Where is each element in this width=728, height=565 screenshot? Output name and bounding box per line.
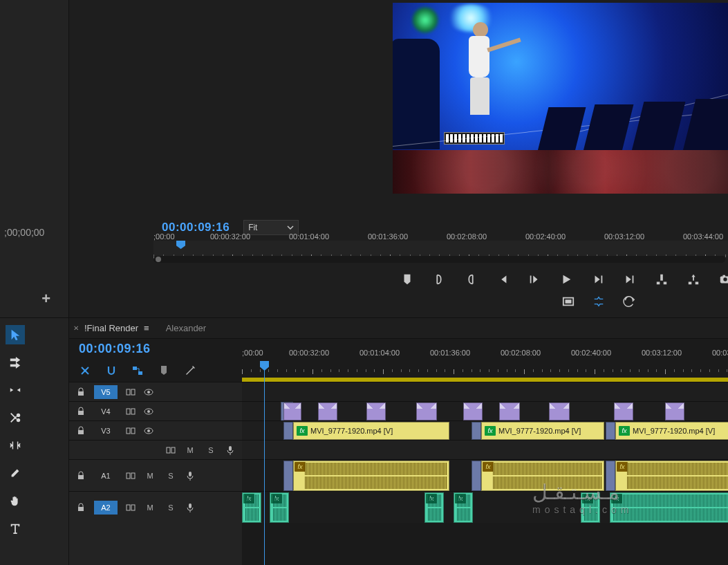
clip-audio[interactable]: fx <box>424 492 444 523</box>
eye-icon[interactable] <box>144 387 153 397</box>
fx-badge[interactable]: fx <box>485 426 496 436</box>
close-icon[interactable]: ✕ <box>73 324 79 332</box>
play-button[interactable] <box>560 272 572 286</box>
sync-lock-icon[interactable] <box>126 426 136 436</box>
clip-adjustment[interactable] <box>472 422 481 440</box>
lock-icon[interactable] <box>76 503 86 512</box>
track-header-a2[interactable]: A2 M S <box>69 491 242 523</box>
go-to-in-button[interactable] <box>496 272 509 286</box>
solo-button[interactable]: S <box>165 503 177 512</box>
clip-video[interactable] <box>499 402 520 420</box>
type-tool[interactable] <box>6 519 25 538</box>
timeline-settings[interactable] <box>184 364 196 377</box>
clip-adjustment[interactable] <box>606 422 615 440</box>
mute-button[interactable]: M <box>144 472 156 480</box>
clip-video[interactable] <box>549 402 570 420</box>
razor-tool[interactable] <box>6 408 25 427</box>
fx-badge[interactable]: fx <box>297 426 308 436</box>
clip-audio[interactable]: fx <box>293 461 449 491</box>
clip-video[interactable] <box>283 402 301 420</box>
safe-margins-button[interactable] <box>561 295 575 308</box>
ripple-edit-tool[interactable] <box>6 380 25 400</box>
mute-button[interactable]: M <box>184 446 196 454</box>
step-back-button[interactable] <box>528 272 541 286</box>
fx-badge[interactable]: fx <box>295 462 306 472</box>
solo-button[interactable]: S <box>165 472 177 480</box>
sync-lock-icon[interactable] <box>166 445 176 455</box>
mic-icon[interactable] <box>225 445 235 455</box>
clip-video[interactable] <box>614 402 633 420</box>
clip-video[interactable] <box>665 402 684 420</box>
loop-playback-button[interactable] <box>622 295 636 308</box>
timeline-ruler[interactable]: ;00:00 00:00:32:0000:01:04:0000:01:36:00… <box>242 339 728 382</box>
mute-button[interactable]: M <box>144 503 156 512</box>
linked-selection-toggle[interactable] <box>131 364 144 377</box>
track-select-tool[interactable] <box>6 353 25 372</box>
sync-lock-icon[interactable] <box>126 471 136 481</box>
clip-video[interactable] <box>318 402 337 420</box>
eye-icon[interactable] <box>144 426 153 436</box>
clip-adjustment[interactable] <box>283 422 293 440</box>
insert-as-nest-toggle[interactable] <box>79 364 91 377</box>
track-target-a1[interactable]: A1 <box>94 469 118 483</box>
lock-icon[interactable] <box>76 426 86 436</box>
lift-button[interactable] <box>655 272 668 286</box>
program-scrollbar[interactable] <box>153 256 725 263</box>
snap-toggle[interactable] <box>105 364 118 377</box>
program-time-ruler[interactable]: ;00:00 00:00:32:0000:01:04:0000:01:36:00… <box>153 241 728 256</box>
sync-lock-icon[interactable] <box>126 503 136 512</box>
mark-in-button[interactable] <box>433 272 445 286</box>
sequence-tab-active[interactable]: ✕ !Final Render ≡ <box>73 323 149 333</box>
step-forward-button[interactable] <box>592 272 604 286</box>
add-marker-timeline[interactable] <box>158 364 170 377</box>
mic-icon[interactable] <box>185 471 195 481</box>
go-to-out-button[interactable] <box>624 272 636 286</box>
fx-badge[interactable]: fx <box>619 426 630 436</box>
track-target-v5[interactable]: V5 <box>94 385 118 399</box>
clip-adjustment[interactable] <box>472 461 481 491</box>
track-header-v4[interactable]: V4 <box>69 401 242 420</box>
timeline-timecode[interactable]: 00:00:09:16 <box>79 342 151 356</box>
track-target-v4[interactable]: V4 <box>94 405 118 418</box>
lock-icon[interactable] <box>76 387 86 397</box>
fx-badge[interactable]: fx <box>617 462 628 472</box>
mic-icon[interactable] <box>185 503 195 512</box>
eye-icon[interactable] <box>144 407 153 416</box>
clip-video[interactable]: fxMVI_9777-1920.mp4 [V] <box>615 422 728 440</box>
lock-icon[interactable] <box>76 471 86 481</box>
clip-audio[interactable]: fx <box>270 492 289 523</box>
clip-video[interactable]: fxMVI_9777-1920.mp4 [V] <box>293 422 449 440</box>
solo-button[interactable]: S <box>205 446 217 454</box>
fx-badge[interactable]: fx <box>483 462 494 472</box>
track-target-v3[interactable]: V3 <box>94 424 118 438</box>
pen-tool[interactable] <box>6 463 25 483</box>
comparison-view-button[interactable] <box>592 295 606 308</box>
clip-video[interactable]: fxMVI_9777-1920.mp4 [V] <box>481 422 604 440</box>
tab-menu-icon[interactable]: ≡ <box>144 323 149 333</box>
track-header-a1[interactable]: A1 M S <box>69 459 242 491</box>
clip-label: MVI_9777-1920.mp4 [V] <box>633 427 715 435</box>
sequence-tab-inactive[interactable]: Alexander <box>166 323 207 333</box>
clip-audio[interactable]: fx <box>454 492 473 523</box>
new-item-button[interactable]: + <box>41 290 50 308</box>
track-header-v3[interactable]: V3 <box>69 420 242 440</box>
timeline-tracks[interactable]: fxMVI_9777-1920.mp4 [V]fxMVI_9777-1920.m… <box>242 382 728 565</box>
clip-audio[interactable]: fx <box>242 492 261 523</box>
sync-lock-icon[interactable] <box>126 407 136 416</box>
lock-icon[interactable] <box>76 407 86 416</box>
mark-out-button[interactable] <box>465 272 477 286</box>
export-frame-button[interactable] <box>719 272 728 286</box>
track-header-v5[interactable]: V5 <box>69 382 242 401</box>
sync-lock-icon[interactable] <box>126 387 136 397</box>
clip-video[interactable] <box>366 402 386 420</box>
clip-adjustment[interactable] <box>283 461 293 491</box>
selection-tool[interactable] <box>6 325 25 344</box>
hand-tool[interactable] <box>6 491 25 510</box>
slip-tool[interactable] <box>6 436 25 455</box>
chevron-down-icon <box>287 224 294 231</box>
track-target-a2[interactable]: A2 <box>94 501 118 515</box>
add-marker-button[interactable] <box>401 272 413 286</box>
clip-video[interactable] <box>463 402 483 420</box>
clip-video[interactable] <box>416 402 437 420</box>
extract-button[interactable] <box>687 272 700 286</box>
